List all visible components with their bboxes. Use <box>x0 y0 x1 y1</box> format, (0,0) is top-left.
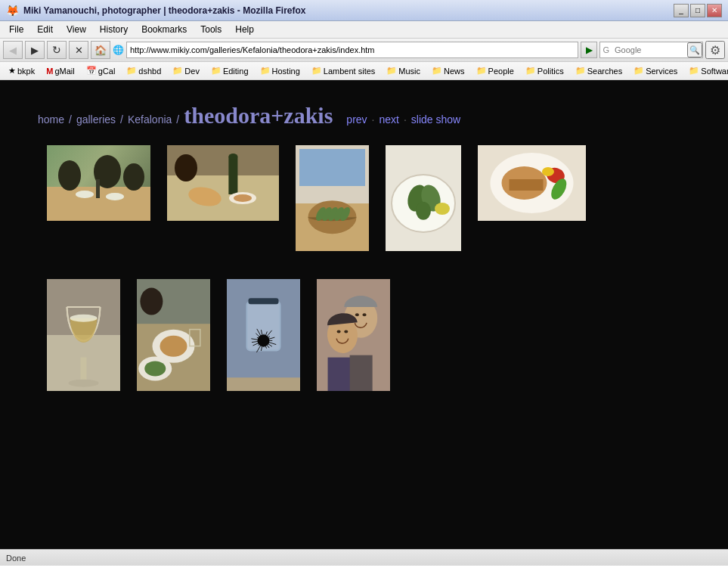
next-link[interactable]: next <box>379 113 398 126</box>
bookmark-bkpk[interactable]: ★ bkpk <box>3 64 40 78</box>
bookmark-dshbd[interactable]: 📁 dshbd <box>121 64 166 78</box>
photo-7[interactable] <box>135 278 212 395</box>
bookmark-news[interactable]: 📁 News <box>426 64 470 78</box>
bookmark-music[interactable]: 📁 Music <box>381 64 426 78</box>
page-header: home / galleries / Kefalonia / theodora+… <box>23 95 705 144</box>
prev-link[interactable]: prev <box>346 113 367 126</box>
address-bar-container: 🌐 ▶ <box>113 42 597 58</box>
bookmark-music-folder-icon: 📁 <box>386 66 397 76</box>
photo-2[interactable] <box>166 144 280 225</box>
bookmark-services[interactable]: 📁 Services <box>628 64 683 78</box>
page-favicon: 🌐 <box>113 45 124 55</box>
bookmark-hosting-folder-icon: 📁 <box>260 66 271 76</box>
search-box: G 🔍 <box>599 42 703 58</box>
bookmark-people-folder-icon: 📁 <box>476 66 487 76</box>
slideshow-link[interactable]: slide show <box>411 113 460 126</box>
back-button[interactable]: ◀ <box>3 41 23 59</box>
bookmark-searches-folder-icon: 📁 <box>575 66 586 76</box>
menu-tools[interactable]: Tools <box>194 23 228 36</box>
bookmark-news-folder-icon: 📁 <box>432 66 442 76</box>
go-button[interactable]: ▶ <box>581 42 597 58</box>
photo-thumb-5 <box>478 145 586 221</box>
photo-6[interactable] <box>45 278 122 395</box>
menu-edit[interactable]: Edit <box>31 23 59 36</box>
menu-file[interactable]: File <box>3 23 29 36</box>
firefox-icon: 🦊 <box>6 5 19 17</box>
close-button[interactable]: ✕ <box>707 4 722 17</box>
window-title: Miki Yamanouchi, photographer | theodora… <box>23 5 306 16</box>
nav-bar: ◀ ▶ ↻ ✕ 🏠 🌐 ▶ G 🔍 ⚙ <box>0 39 728 62</box>
photo-1[interactable] <box>45 144 152 225</box>
bookmark-politics-folder-icon: 📁 <box>525 66 536 76</box>
photo-thumb-7 <box>137 279 210 391</box>
page-nav: prev · next · slide show <box>346 113 460 126</box>
photo-row-2 <box>23 278 705 417</box>
address-input[interactable] <box>126 42 578 58</box>
window-controls[interactable]: _ □ ✕ <box>674 4 722 17</box>
nav-sep2: · <box>404 113 407 126</box>
home-button[interactable]: 🏠 <box>91 41 110 59</box>
reload-button[interactable]: ↻ <box>47 41 67 59</box>
bookmark-gmail[interactable]: M gMail <box>41 64 79 78</box>
photo-thumb-8 <box>227 279 300 391</box>
bookmark-lambent-folder-icon: 📁 <box>311 66 322 76</box>
bookmark-editing[interactable]: 📁 Editing <box>206 64 254 78</box>
bookmark-services-folder-icon: 📁 <box>634 66 644 76</box>
breadcrumb-galleries[interactable]: galleries <box>76 113 116 126</box>
browser-content: home / galleries / Kefalonia / theodora+… <box>0 80 728 549</box>
bookmark-software[interactable]: 📁 Software <box>683 64 728 78</box>
photo-3[interactable] <box>294 144 370 255</box>
bookmark-dev[interactable]: 📁 Dev <box>167 64 205 78</box>
bookmark-people[interactable]: 📁 People <box>471 64 519 78</box>
bookmark-folder-icon: 📁 <box>126 66 137 76</box>
breadcrumb-sep2: / <box>120 113 123 126</box>
nav-sep1: · <box>372 113 375 126</box>
bookmark-politics[interactable]: 📁 Politics <box>520 64 569 78</box>
photo-thumb-3 <box>296 145 369 251</box>
search-input[interactable] <box>612 45 687 54</box>
photo-4[interactable] <box>384 144 463 255</box>
google-logo: G <box>600 45 612 54</box>
forward-button[interactable]: ▶ <box>25 41 45 59</box>
breadcrumb-sep1: / <box>69 113 72 126</box>
photo-thumb-4 <box>386 145 461 251</box>
photo-row-1 <box>23 144 705 278</box>
photo-thumb-2 <box>167 145 279 221</box>
bookmark-gcal-icon: 📅 <box>86 66 97 76</box>
search-button[interactable]: 🔍 <box>687 42 702 57</box>
photo-8[interactable] <box>225 278 302 395</box>
breadcrumb-kefalonia[interactable]: Kefalonia <box>128 113 172 126</box>
photo-9[interactable] <box>315 278 392 395</box>
settings-button[interactable]: ⚙ <box>705 41 725 59</box>
bookmark-software-folder-icon: 📁 <box>689 66 699 76</box>
bookmark-dev-folder-icon: 📁 <box>172 66 183 76</box>
photo-5[interactable] <box>476 144 587 225</box>
menu-view[interactable]: View <box>60 23 92 36</box>
stop-button[interactable]: ✕ <box>69 41 88 59</box>
bookmark-hosting[interactable]: 📁 Hosting <box>255 64 305 78</box>
photo-thumb-1 <box>47 145 150 221</box>
bookmarks-bar: ★ bkpk M gMail 📅 gCal 📁 dshbd 📁 Dev 📁 Ed… <box>0 62 728 80</box>
breadcrumb-home[interactable]: home <box>38 113 64 126</box>
bookmark-gcal[interactable]: 📅 gCal <box>81 64 121 78</box>
menu-bookmarks[interactable]: Bookmarks <box>135 23 193 36</box>
photo-thumb-6 <box>47 279 120 391</box>
breadcrumb-sep3: / <box>176 113 179 126</box>
minimize-button[interactable]: _ <box>674 4 689 17</box>
title-bar: 🦊 Miki Yamanouchi, photographer | theodo… <box>0 0 728 21</box>
status-bar: Done <box>0 549 728 566</box>
bookmark-searches[interactable]: 📁 Searches <box>570 64 627 78</box>
menu-bar: File Edit View History Bookmarks Tools H… <box>0 21 728 39</box>
maximize-button[interactable]: □ <box>690 4 705 17</box>
photo-thumb-9 <box>317 279 390 391</box>
bookmark-editing-folder-icon: 📁 <box>211 66 221 76</box>
page-title: theodora+zakis <box>184 103 333 129</box>
bookmark-lambent[interactable]: 📁 Lambent sites <box>306 64 380 78</box>
menu-history[interactable]: History <box>94 23 134 36</box>
bookmark-star-icon: ★ <box>8 66 16 76</box>
status-text: Done <box>6 554 26 563</box>
menu-help[interactable]: Help <box>229 23 260 36</box>
bookmark-gmail-icon: M <box>46 67 53 76</box>
